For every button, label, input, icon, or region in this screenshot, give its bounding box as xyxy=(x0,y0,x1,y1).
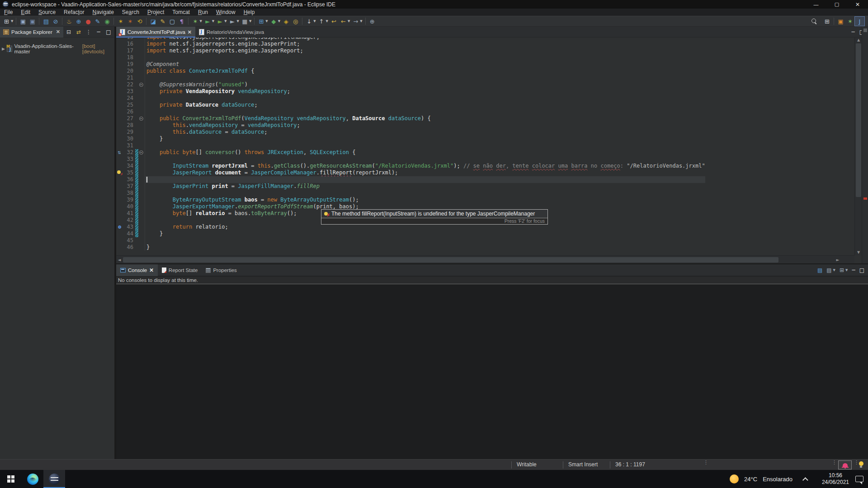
line-number[interactable]: 20 xyxy=(123,68,135,75)
link-with-editor-icon[interactable]: ⇄ xyxy=(75,29,82,35)
chevron-down-icon[interactable]: ▼ xyxy=(249,19,251,23)
minimize-icon[interactable]: ─ xyxy=(95,29,102,35)
chevron-down-icon[interactable]: ▼ xyxy=(11,19,13,23)
code-text[interactable]: } xyxy=(145,244,705,251)
view-menu-icon[interactable]: ⋮ xyxy=(85,29,92,35)
close-icon[interactable]: ✕ xyxy=(188,29,192,35)
error-quickfix-icon[interactable]: ✗ xyxy=(117,170,122,175)
vertical-scrollbar[interactable]: ▲ ▼ xyxy=(854,38,862,255)
fold-collapse-icon[interactable]: − xyxy=(139,117,143,121)
toolbar-open-perspective-button[interactable]: ⊞ xyxy=(822,17,832,26)
toolbar-open-type-button[interactable]: ◈ xyxy=(281,17,291,26)
line-number[interactable]: 43 xyxy=(123,224,135,230)
toolbar-show-view-button[interactable]: ▤ xyxy=(41,17,51,26)
menu-refactor[interactable]: Refactor xyxy=(60,9,88,16)
toolbar-previous-annotation-button[interactable]: ↑▼ xyxy=(317,17,329,26)
menu-file[interactable]: File xyxy=(0,9,17,16)
toolbar-debug-button[interactable]: ✶▼ xyxy=(190,17,203,26)
toolbar-coverage-button[interactable]: ►▼ xyxy=(215,17,227,26)
scroll-left-icon[interactable]: ◄ xyxy=(116,256,123,264)
code-text[interactable]: import net.sf.jasperreports.engine.Jaspe… xyxy=(145,38,705,41)
line-number[interactable]: 40 xyxy=(123,203,135,210)
code-line-19[interactable]: 19@Component xyxy=(116,61,705,68)
toolbar-trace-pencil-button[interactable]: ✎ xyxy=(158,17,167,26)
code-text[interactable]: } xyxy=(145,230,705,237)
chevron-down-icon[interactable]: ▼ xyxy=(326,19,328,23)
line-number[interactable]: 30 xyxy=(123,136,135,142)
code-text[interactable] xyxy=(145,237,705,244)
code-text[interactable]: ByteArrayOutputStream baos = new ByteArr… xyxy=(145,197,705,203)
minimize-icon[interactable]: ─ xyxy=(851,29,854,35)
search-icon[interactable] xyxy=(811,18,818,25)
code-line-18[interactable]: 18 xyxy=(116,54,705,61)
menu-search[interactable]: Search xyxy=(118,9,143,16)
menu-navigate[interactable]: Navigate xyxy=(88,9,118,16)
code-text[interactable]: InputStream reportJrxml = this.getClass(… xyxy=(145,163,705,169)
code-line-15[interactable]: 15import net.sf.jasperreports.engine.Jas… xyxy=(116,38,705,41)
toolbar-ant-refresh-button[interactable]: ⟲ xyxy=(135,17,144,26)
toolbar-perspective-javaee-button[interactable]: ▣ xyxy=(836,17,845,26)
code-line-24[interactable]: 24 xyxy=(116,95,705,102)
chevron-down-icon[interactable]: ▼ xyxy=(845,268,848,272)
notification-bell-button[interactable] xyxy=(838,460,852,469)
code-text[interactable] xyxy=(145,176,705,183)
code-line-35[interactable]: ✗35 JasperReport document = JasperCompil… xyxy=(116,169,705,176)
open-console-icon[interactable]: ⊞ xyxy=(840,267,844,273)
display-console-icon[interactable]: ▤ xyxy=(817,267,822,273)
menu-project[interactable]: Project xyxy=(143,9,168,16)
code-line-43[interactable]: 43 return relatorio; xyxy=(116,224,705,230)
code-text[interactable] xyxy=(145,95,705,102)
chevron-down-icon[interactable]: ▼ xyxy=(212,19,214,23)
line-number[interactable]: 26 xyxy=(123,108,135,115)
code-line-44[interactable]: 44 } xyxy=(116,230,705,237)
code-text[interactable]: } xyxy=(145,136,705,142)
editor-tab-RelatorioVendaView.java[interactable]: JRelatorioVendaView.java xyxy=(195,27,268,38)
line-number[interactable]: 29 xyxy=(123,129,135,136)
code-line-26[interactable]: 26 xyxy=(116,108,705,115)
toolbar-forward-button[interactable]: →▼ xyxy=(351,17,363,26)
code-text[interactable] xyxy=(145,156,705,163)
collapse-all-icon[interactable]: ⊟ xyxy=(66,29,72,35)
toolbar-save-all-button[interactable]: ▣ xyxy=(28,17,37,26)
fold-collapse-icon[interactable]: − xyxy=(139,83,143,87)
toolbar-new-wizard-button[interactable]: ⊞▼ xyxy=(2,17,14,26)
line-number[interactable]: 37 xyxy=(123,183,135,190)
code-text[interactable]: public ConverteJrxmlToPdf(VendaRepositor… xyxy=(145,115,705,122)
weather-widget[interactable]: 24°C Ensolarado xyxy=(744,476,793,483)
chevron-down-icon[interactable]: ▼ xyxy=(313,19,316,23)
line-number[interactable]: 18 xyxy=(123,54,135,61)
code-text[interactable]: JasperReport document = JasperCompileMan… xyxy=(145,169,705,176)
console-tab-properties[interactable]: Properties xyxy=(202,264,241,276)
code-line-34[interactable]: 34 InputStream reportJrxml = this.getCla… xyxy=(116,163,705,169)
code-line-27[interactable]: 27− public ConverteJrxmlToPdf(VendaRepos… xyxy=(116,115,705,122)
horizontal-scroll-thumb[interactable] xyxy=(123,257,778,263)
toolbar-ant-build-error-button[interactable]: ✶ xyxy=(125,17,135,26)
fold-collapse-icon[interactable]: − xyxy=(139,150,143,155)
toolbar-stop-button[interactable]: ■▼ xyxy=(240,17,252,26)
code-line-45[interactable]: 45 xyxy=(116,237,705,244)
status-overflow-icon[interactable]: ⋮ xyxy=(832,461,835,464)
toolbar-tomcat-config-button[interactable]: ⊕ xyxy=(74,17,83,26)
display-selected-console-icon[interactable]: ▤ xyxy=(826,267,831,273)
code-text[interactable]: private VendaRepository vendaRepository; xyxy=(145,88,705,95)
line-number[interactable]: 25 xyxy=(123,102,135,108)
line-number[interactable]: 38 xyxy=(123,190,135,197)
code-line-37[interactable]: 37 JasperPrint print = JasperFillManager… xyxy=(116,183,705,190)
menu-window[interactable]: Window xyxy=(212,9,240,16)
close-icon[interactable]: ✕ xyxy=(56,29,60,35)
toolbar-new-java-class-button[interactable]: ◆▼ xyxy=(269,17,281,26)
line-number[interactable]: 15 xyxy=(123,38,135,41)
chevron-down-icon[interactable]: ▼ xyxy=(360,19,362,23)
line-number[interactable]: 22 xyxy=(123,81,135,88)
line-number[interactable]: 39 xyxy=(123,197,135,203)
annotations-toggle-icon[interactable] xyxy=(863,28,867,32)
toolbar-junit-button[interactable]: ◪ xyxy=(148,17,158,26)
code-text[interactable]: import net.sf.jasperreports.engine.Jaspe… xyxy=(145,41,705,47)
line-number[interactable]: 46 xyxy=(123,244,135,251)
line-number[interactable]: 16 xyxy=(123,41,135,47)
code-line-31[interactable]: 31 xyxy=(116,142,705,149)
editor-tab-ConverteJrxmlToPdf.java[interactable]: JxConverteJrxmlToPdf.java✕ xyxy=(116,27,195,38)
toolbar-java-search-button[interactable]: ◎ xyxy=(291,17,300,26)
toolbar-last-edit-location-button[interactable]: ↩ xyxy=(329,17,339,26)
overview-ruler[interactable] xyxy=(862,27,868,263)
